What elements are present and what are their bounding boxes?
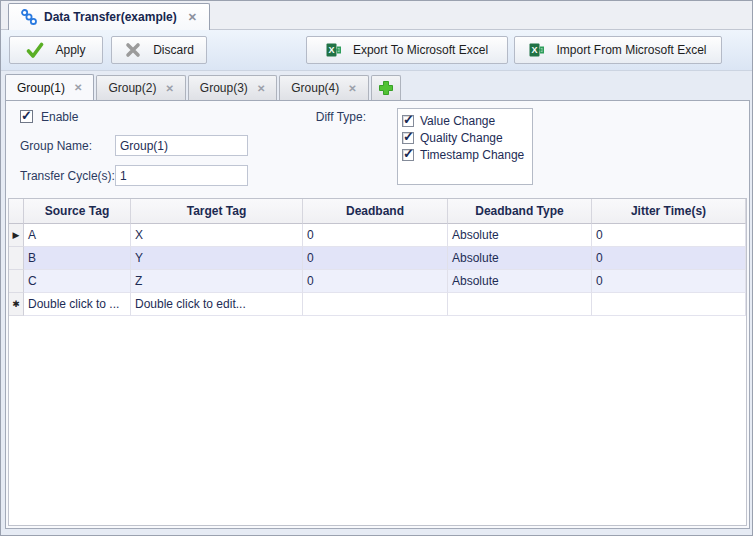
timestamp-change-label: Timestamp Change xyxy=(420,148,524,162)
group-panel: Enable Group Name: Transfer Cycle(s): Di… xyxy=(5,100,750,529)
tab-group-2-label: Group(2) xyxy=(108,81,156,95)
check-icon xyxy=(26,41,44,59)
import-excel-button-label: Import From Microsoft Excel xyxy=(556,43,706,57)
cell-target-tag[interactable]: Z xyxy=(131,270,303,293)
enable-checkbox[interactable] xyxy=(20,110,33,123)
grid-header-row: Source Tag Target Tag Deadband Deadband … xyxy=(9,199,746,224)
table-row[interactable]: C Z 0 Absolute 0 xyxy=(9,270,746,293)
column-header-jitter-time[interactable]: Jitter Time(s) xyxy=(592,199,746,224)
document-tab-data-transfer[interactable]: Data Transfer(example) ✕ xyxy=(8,3,210,30)
row-indicator xyxy=(9,247,24,270)
discard-button-label: Discard xyxy=(153,43,194,57)
cell-jitter-time[interactable]: 0 xyxy=(592,270,746,293)
plus-icon xyxy=(378,80,394,96)
grid-header-indicator xyxy=(9,199,24,224)
cell-deadband-type[interactable]: Absolute xyxy=(448,247,592,270)
cell-deadband-type[interactable]: Absolute xyxy=(448,224,592,247)
document-tab-title: Data Transfer(example) xyxy=(44,10,177,24)
cell-jitter-time-empty[interactable] xyxy=(592,293,746,316)
cell-source-tag[interactable]: C xyxy=(24,270,131,293)
diff-option-timestamp-change[interactable]: Timestamp Change xyxy=(402,146,528,163)
chain-link-icon xyxy=(21,9,37,25)
cell-jitter-time[interactable]: 0 xyxy=(592,247,746,270)
tab-group-2[interactable]: Group(2) ✕ xyxy=(96,75,185,100)
cell-source-tag-placeholder[interactable]: Double click to ... xyxy=(24,293,131,316)
cell-deadband-empty[interactable] xyxy=(303,293,448,316)
cell-source-tag[interactable]: B xyxy=(24,247,131,270)
document-tab-bar: Data Transfer(example) ✕ xyxy=(1,1,752,30)
tab-group-4[interactable]: Group(4) ✕ xyxy=(279,75,368,100)
column-header-deadband[interactable]: Deadband xyxy=(303,199,448,224)
transfer-cycle-input[interactable] xyxy=(115,165,248,186)
table-row[interactable]: ▶ A X 0 Absolute 0 xyxy=(9,224,746,247)
row-indicator xyxy=(9,270,24,293)
apply-button[interactable]: Apply xyxy=(9,36,103,64)
tab-group-2-close-icon[interactable]: ✕ xyxy=(165,83,173,94)
group-name-input[interactable] xyxy=(115,135,248,156)
document-tab-close-icon[interactable]: ✕ xyxy=(188,11,197,24)
cell-deadband-type[interactable]: Absolute xyxy=(448,270,592,293)
quality-change-label: Quality Change xyxy=(420,131,503,145)
svg-text:X: X xyxy=(532,45,538,55)
cell-deadband[interactable]: 0 xyxy=(303,247,448,270)
diff-type-label: Diff Type: xyxy=(306,110,366,124)
app-window: Data Transfer(example) ✕ Apply Discard X xyxy=(0,0,753,536)
excel-export-icon: X xyxy=(326,42,342,58)
cell-deadband[interactable]: 0 xyxy=(303,224,448,247)
diff-option-quality-change[interactable]: Quality Change xyxy=(402,129,528,146)
cell-target-tag[interactable]: X xyxy=(131,224,303,247)
tab-group-1-close-icon[interactable]: ✕ xyxy=(74,82,82,93)
tab-group-3-close-icon[interactable]: ✕ xyxy=(257,83,265,94)
value-change-label: Value Change xyxy=(420,114,495,128)
cell-jitter-time[interactable]: 0 xyxy=(592,224,746,247)
tab-group-3-label: Group(3) xyxy=(200,81,248,95)
new-row[interactable]: ✱ Double click to ... Double click to ed… xyxy=(9,293,746,316)
toolbar: Apply Discard X Export To Microsoft Exce… xyxy=(1,30,752,71)
timestamp-change-checkbox[interactable] xyxy=(402,149,414,161)
discard-button[interactable]: Discard xyxy=(111,36,207,64)
new-row-indicator: ✱ xyxy=(9,293,24,316)
value-change-checkbox[interactable] xyxy=(402,115,414,127)
apply-button-label: Apply xyxy=(55,43,85,57)
cell-target-tag[interactable]: Y xyxy=(131,247,303,270)
column-header-source-tag[interactable]: Source Tag xyxy=(24,199,131,224)
quality-change-checkbox[interactable] xyxy=(402,132,414,144)
export-excel-button[interactable]: X Export To Microsoft Excel xyxy=(306,36,508,64)
import-excel-button[interactable]: X Import From Microsoft Excel xyxy=(514,36,722,64)
enable-label: Enable xyxy=(41,110,78,124)
current-row-indicator: ▶ xyxy=(9,224,24,247)
diff-option-value-change[interactable]: Value Change xyxy=(402,112,528,129)
add-group-tab-button[interactable] xyxy=(371,75,401,100)
cell-deadband[interactable]: 0 xyxy=(303,270,448,293)
group-name-label: Group Name: xyxy=(20,139,92,153)
transfer-grid: Source Tag Target Tag Deadband Deadband … xyxy=(8,198,747,526)
cell-deadband-type-empty[interactable] xyxy=(448,293,592,316)
transfer-cycle-label: Transfer Cycle(s): xyxy=(20,169,115,183)
tab-group-4-label: Group(4) xyxy=(291,81,339,95)
cell-source-tag[interactable]: A xyxy=(24,224,131,247)
excel-import-icon: X xyxy=(529,42,545,58)
tab-group-1[interactable]: Group(1) ✕ xyxy=(5,74,94,100)
tab-group-4-close-icon[interactable]: ✕ xyxy=(348,83,356,94)
tab-group-3[interactable]: Group(3) ✕ xyxy=(188,75,277,100)
svg-text:X: X xyxy=(328,45,334,55)
diff-type-listbox: Value Change Quality Change Timestamp Ch… xyxy=(397,108,533,185)
column-header-deadband-type[interactable]: Deadband Type xyxy=(448,199,592,224)
tab-group-1-label: Group(1) xyxy=(17,81,65,95)
x-icon xyxy=(124,41,142,59)
column-header-target-tag[interactable]: Target Tag xyxy=(131,199,303,224)
table-row[interactable]: B Y 0 Absolute 0 xyxy=(9,247,746,270)
export-excel-button-label: Export To Microsoft Excel xyxy=(353,43,488,57)
cell-target-tag-placeholder[interactable]: Double click to edit... xyxy=(131,293,303,316)
group-tab-strip: Group(1) ✕ Group(2) ✕ Group(3) ✕ Group(4… xyxy=(5,75,748,100)
